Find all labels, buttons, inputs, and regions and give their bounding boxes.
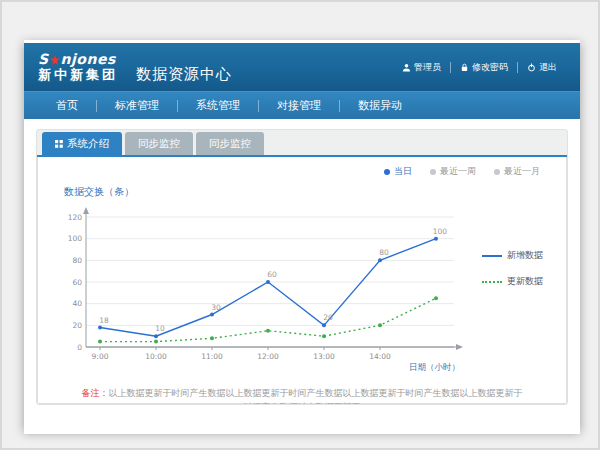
desktop-background: { "window": { "brand": { "logo_pre": "S"… <box>0 0 600 450</box>
brand-logo: S njones 新中新集团 <box>38 51 118 82</box>
logout-icon <box>527 63 536 72</box>
legend-label: 新增数据 <box>507 249 543 262</box>
svg-text:60: 60 <box>72 278 82 287</box>
app-window: S njones 新中新集团 数据资源中心 管理员 <box>24 40 580 430</box>
tab-bar: 系统介绍 同步监控 同步监控 <box>37 130 567 155</box>
nav-item-connect-mgmt[interactable]: 对接管理 <box>259 92 339 119</box>
range-filter-group: 当日 最近一周 最近一月 <box>384 165 540 178</box>
y-axis-title: 数据交换（条） <box>64 185 554 199</box>
nav-item-home[interactable]: 首页 <box>38 92 96 119</box>
radio-dot-icon <box>384 169 390 175</box>
svg-text:100: 100 <box>68 234 83 243</box>
blue-line-sample-icon <box>482 255 502 257</box>
svg-text:40: 40 <box>72 299 82 308</box>
logo-text-pre: S <box>38 51 49 67</box>
admin-user-button[interactable]: 管理员 <box>393 59 450 76</box>
user-bar: 管理员 修改密码 退出 <box>393 59 566 76</box>
radio-dot-icon <box>494 169 500 175</box>
legend-label: 更新数据 <box>507 275 543 288</box>
change-password-label: 修改密码 <box>472 61 508 74</box>
tab-sync-monitor-2[interactable]: 同步监控 <box>196 132 264 155</box>
svg-text:20: 20 <box>323 313 333 322</box>
footnote-prefix: 备注： <box>82 388 109 398</box>
nav-item-system-mgmt[interactable]: 系统管理 <box>178 92 258 119</box>
tab-label: 系统介绍 <box>67 137 109 151</box>
filter-last-week[interactable]: 最近一周 <box>430 165 476 178</box>
brand-wordmark: S njones <box>38 51 118 67</box>
svg-text:14:00: 14:00 <box>369 352 391 361</box>
user-icon <box>402 63 411 72</box>
svg-text:30: 30 <box>211 303 221 312</box>
svg-text:11:00: 11:00 <box>201 352 223 361</box>
svg-text:12:00: 12:00 <box>257 352 279 361</box>
radio-dot-icon <box>430 169 436 175</box>
logout-label: 退出 <box>539 61 557 74</box>
lock-icon <box>460 63 469 72</box>
footnote-text: 以上数据更新于时间产生数据以上数据更新于时间产生数据以上数据更新于时间产生数据以… <box>109 388 523 405</box>
svg-text:80: 80 <box>379 248 389 257</box>
filter-last-month[interactable]: 最近一月 <box>494 165 540 178</box>
content-area: 系统介绍 同步监控 同步监控 当日 最近 <box>24 119 580 434</box>
chart-card: 当日 最近一周 最近一月 数据交换（条） 0204060801001209:00… <box>37 157 567 404</box>
logout-button[interactable]: 退出 <box>518 59 566 76</box>
svg-text:10: 10 <box>155 324 165 333</box>
series-legend: 新增数据 更新数据 <box>482 249 543 373</box>
content-panel: 系统介绍 同步监控 同步监控 当日 最近 <box>36 129 568 405</box>
line-chart: 0204060801001209:0010:0011:0012:0013:001… <box>56 201 476 373</box>
filter-label: 当日 <box>394 165 412 178</box>
svg-text:80: 80 <box>72 256 82 265</box>
green-dotted-line-sample-icon <box>482 281 502 283</box>
app-header: S njones 新中新集团 数据资源中心 管理员 <box>24 40 580 91</box>
svg-text:日期（小时）: 日期（小时） <box>409 362 460 372</box>
svg-text:13:00: 13:00 <box>313 352 335 361</box>
filter-label: 最近一周 <box>440 165 476 178</box>
svg-text:100: 100 <box>433 227 448 236</box>
nav-item-standard-mgmt[interactable]: 标准管理 <box>97 92 177 119</box>
svg-text:10:00: 10:00 <box>145 352 167 361</box>
legend-item-updated-data[interactable]: 更新数据 <box>482 275 543 288</box>
grid-icon <box>55 140 63 148</box>
footnote: 备注：以上数据更新于时间产生数据以上数据更新于时间产生数据以上数据更新于时间产生… <box>50 387 554 405</box>
main-nav: 首页 标准管理 系统管理 对接管理 数据异动 <box>24 91 580 119</box>
tab-sync-monitor-1[interactable]: 同步监控 <box>125 132 193 155</box>
nav-item-data-change[interactable]: 数据异动 <box>340 92 420 119</box>
page-title: 数据资源中心 <box>136 65 232 84</box>
logo-text-post: njones <box>61 51 116 67</box>
tab-system-intro[interactable]: 系统介绍 <box>42 132 122 155</box>
tab-label: 同步监控 <box>138 137 180 151</box>
chart-row: 0204060801001209:0010:0011:0012:0013:001… <box>50 201 554 373</box>
svg-text:60: 60 <box>267 270 277 279</box>
admin-user-label: 管理员 <box>414 61 441 74</box>
tab-label: 同步监控 <box>209 137 251 151</box>
svg-text:20: 20 <box>72 321 82 330</box>
legend-item-new-data[interactable]: 新增数据 <box>482 249 543 262</box>
svg-text:9:00: 9:00 <box>92 352 109 361</box>
logo-star-icon <box>50 55 60 65</box>
company-name: 新中新集团 <box>38 68 118 83</box>
filter-today[interactable]: 当日 <box>384 165 412 178</box>
change-password-button[interactable]: 修改密码 <box>451 59 517 76</box>
svg-text:0: 0 <box>77 343 82 352</box>
svg-text:18: 18 <box>99 316 109 325</box>
filter-label: 最近一月 <box>504 165 540 178</box>
svg-text:120: 120 <box>68 213 83 222</box>
